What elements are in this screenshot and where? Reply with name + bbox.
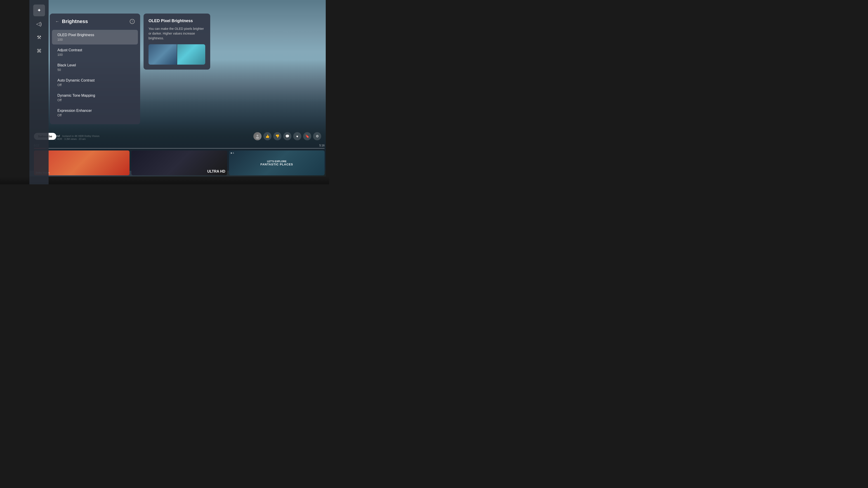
progress-bar-track[interactable] (34, 148, 324, 149)
tools-icon: ⚒ (37, 35, 41, 40)
thumbnail-3[interactable]: LET'S EXPLORE FANTASTIC PLACES ▶ 1 (229, 151, 324, 175)
menu-item-oled-brightness[interactable]: OLED Pixel Brightness 100 (52, 30, 138, 44)
thumbnail-3-label: ▶ 1 (231, 152, 234, 154)
thumbnail-2[interactable]: ULTRA HD (131, 151, 227, 175)
gear-icon: ⚙ (316, 134, 319, 138)
info-image-left (149, 44, 177, 65)
menu-item-label: Dynamic Tone Mapping (57, 94, 132, 98)
info-panel: OLED Pixel Brightness You can make the O… (144, 13, 210, 70)
menu-item-value: 100 (57, 53, 132, 57)
menu-item-label: Adjust Contrast (57, 48, 132, 52)
panel-header: ← Brightness ? (50, 13, 140, 29)
comment-icon: 💬 (285, 134, 289, 138)
sidebar-icon-brightness[interactable]: ✦ (33, 4, 45, 16)
menu-item-value: 100 (57, 38, 132, 41)
menu-item-value: 50 (57, 68, 132, 72)
info-panel-description: You can make the OLED pixels brighter or… (149, 26, 205, 41)
panel-header-left: ← Brightness (55, 19, 88, 24)
heart-button[interactable]: ♥ (293, 132, 301, 140)
menu-item-value: Off (57, 98, 132, 102)
heart-icon: ♥ (296, 134, 298, 138)
avatar-button[interactable] (253, 132, 261, 140)
thumbnail-2-text: ULTRA HD (207, 169, 225, 173)
info-panel-image (149, 44, 205, 65)
sidebar-icon-headphone[interactable]: ⌘ (33, 45, 45, 57)
menu-item-auto-dynamic-contrast[interactable]: Auto Dynamic Contrast Off (52, 75, 138, 90)
bookmark-icon: 🔖 (305, 134, 309, 138)
tv-bezel-left (0, 0, 29, 184)
help-button[interactable]: ? (130, 19, 135, 24)
menu-item-expression-enhancer[interactable]: Expression Enhancer Off (52, 105, 138, 120)
menu-item-dynamic-tone-mapping[interactable]: Dynamic Tone Mapping Off (52, 90, 138, 105)
back-button[interactable]: ← (55, 19, 59, 24)
video-controls: 👍 👎 💬 ♥ 🔖 ⚙ (253, 132, 321, 140)
thumbs-down-icon: 👎 (275, 134, 280, 138)
comment-button[interactable]: 💬 (283, 132, 291, 140)
sidebar: ✦ ◁) ⚒ ⌘ (29, 0, 49, 184)
menu-item-label: Expression Enhancer (57, 109, 132, 113)
svg-point-1 (256, 137, 259, 139)
panel-menu: OLED Pixel Brightness 100 Adjust Contras… (50, 29, 140, 124)
menu-item-adjust-contrast[interactable]: Adjust Contrast 100 (52, 45, 138, 60)
brightness-panel: ← Brightness ? OLED Pixel Brightness 100… (50, 13, 140, 124)
thumbnail-3-text: LET'S EXPLORE FANTASTIC PLACES (229, 151, 324, 175)
video-info-bar: Subscribe 👍 👎 💬 ♥ 🔖 ⚙ (29, 132, 326, 140)
panel-title: Brightness (62, 19, 88, 24)
info-image-right (177, 44, 206, 65)
question-icon: ? (131, 20, 133, 23)
headphone-icon: ⌘ (37, 48, 41, 54)
menu-item-label: Black Level (57, 63, 132, 67)
bookmark-button[interactable]: 🔖 (303, 132, 311, 140)
svg-point-0 (256, 135, 258, 136)
menu-item-label: OLED Pixel Brightness (57, 33, 132, 37)
time-total: 5:16 (319, 144, 324, 147)
menu-item-black-level[interactable]: Black Level 50 (52, 60, 138, 75)
menu-item-value: Off (57, 113, 132, 117)
dislike-button[interactable]: 👎 (273, 132, 281, 140)
sidebar-icon-volume[interactable]: ◁) (33, 18, 45, 30)
brightness-icon: ✦ (37, 7, 41, 13)
info-panel-title: OLED Pixel Brightness (149, 19, 205, 23)
thumbs-up-icon: 👍 (266, 134, 270, 138)
menu-item-label: Auto Dynamic Contrast (57, 78, 132, 83)
menu-item-value: Off (57, 83, 132, 87)
like-button[interactable]: 👍 (264, 132, 272, 140)
progress-bar-container: 0:12 5:16 (29, 143, 329, 149)
avatar-icon (255, 133, 260, 139)
settings-button[interactable]: ⚙ (313, 132, 321, 140)
volume-icon: ◁) (36, 21, 41, 27)
thumbnails-row: DOL Dolby Vision ULTRA HD LET'S EXPLORE … (29, 151, 329, 175)
tv-bezel-bottom (0, 176, 329, 184)
sidebar-icon-tools[interactable]: ⚒ (33, 32, 45, 43)
time-display: 0:12 5:16 (34, 143, 324, 148)
